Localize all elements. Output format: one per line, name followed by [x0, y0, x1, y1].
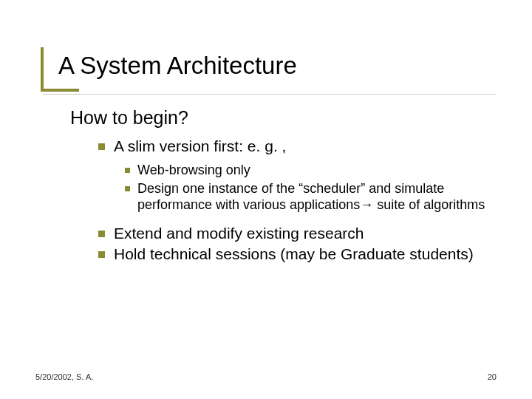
list-item: Design one instance of the “scheduler” a…: [125, 180, 491, 214]
slide-body: How to begin? A slim version first: e. g…: [70, 106, 491, 265]
bullet-list-lvl2: Extend and modify existing research Hold…: [98, 224, 491, 265]
bullet-square-icon: [125, 168, 130, 173]
bullet-list-lvl2: A slim version first: e. g. , Web-browsi…: [98, 137, 491, 214]
footer: 5/20/2002, S. A. 20: [35, 372, 497, 381]
slide: A System Architecture How to begin? A sl…: [0, 0, 532, 399]
bullet-text: Hold technical sessions (may be Graduate…: [114, 245, 491, 264]
bullet-text: How to begin?: [70, 106, 491, 129]
list-item: Extend and modify existing research: [98, 224, 491, 243]
bullet-text: Web-browsing only: [137, 162, 491, 179]
footer-page-number: 20: [488, 372, 497, 381]
list-item: Web-browsing only: [125, 162, 491, 179]
accent-vertical-bar: [41, 47, 44, 89]
list-item: Hold technical sessions (may be Graduate…: [98, 245, 491, 264]
list-item: A slim version first: e. g. , Web-browsi…: [98, 137, 491, 214]
bullet-text: A slim version first: e. g. ,: [114, 137, 491, 156]
bullet-square-icon: [98, 143, 105, 150]
bullet-square-icon: [125, 186, 130, 191]
title-underline: [43, 94, 497, 95]
bullet-text: Design one instance of the “scheduler” a…: [137, 180, 491, 214]
bullet-list-lvl3: Web-browsing only Design one instance of…: [125, 162, 491, 214]
bullet-square-icon: [98, 251, 105, 258]
title-block: A System Architecture: [58, 52, 491, 86]
accent-horizontal-bar: [41, 89, 79, 92]
bullet-square-icon: [98, 231, 105, 237]
bullet-text: Extend and modify existing research: [114, 224, 491, 243]
bullet-list-lvl1: How to begin? A slim version first: e. g…: [70, 106, 491, 265]
footer-date-author: 5/20/2002, S. A.: [35, 372, 93, 381]
list-item: How to begin? A slim version first: e. g…: [70, 106, 491, 265]
slide-title: A System Architecture: [58, 52, 491, 86]
